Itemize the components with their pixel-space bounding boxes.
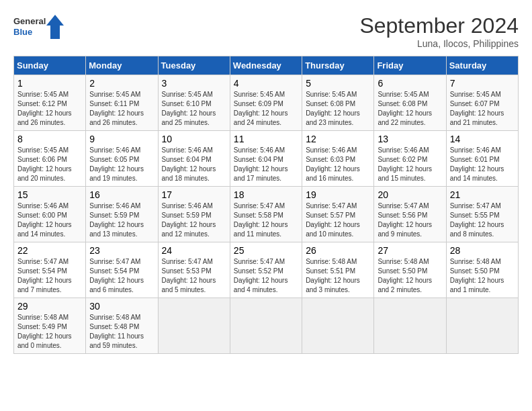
day-number: 25 bbox=[234, 245, 298, 256]
day-info: Sunrise: 5:45 AMSunset: 6:12 PMDaylight:… bbox=[17, 90, 82, 128]
day-info: Sunrise: 5:48 AMSunset: 5:49 PMDaylight:… bbox=[17, 313, 82, 351]
day-number: 20 bbox=[378, 189, 442, 200]
day-number: 11 bbox=[234, 134, 298, 144]
day-number: 27 bbox=[378, 245, 442, 256]
table-cell bbox=[158, 298, 230, 354]
table-cell: 8Sunrise: 5:45 AMSunset: 6:06 PMDaylight… bbox=[14, 131, 86, 187]
day-number: 16 bbox=[89, 189, 154, 200]
day-number: 9 bbox=[89, 134, 154, 144]
svg-text:Blue: Blue bbox=[13, 27, 32, 37]
table-cell: 1Sunrise: 5:45 AMSunset: 6:12 PMDaylight… bbox=[14, 75, 86, 131]
header-row: Sunday Monday Tuesday Wednesday Thursday… bbox=[14, 56, 519, 75]
day-info: Sunrise: 5:46 AMSunset: 5:59 PMDaylight:… bbox=[89, 201, 154, 239]
calendar-row: 15Sunrise: 5:46 AMSunset: 6:00 PMDayligh… bbox=[14, 187, 519, 242]
day-info: Sunrise: 5:48 AMSunset: 5:50 PMDaylight:… bbox=[450, 257, 515, 295]
table-cell: 27Sunrise: 5:48 AMSunset: 5:50 PMDayligh… bbox=[374, 242, 446, 298]
table-cell bbox=[446, 298, 518, 354]
table-cell: 6Sunrise: 5:45 AMSunset: 6:08 PMDaylight… bbox=[374, 75, 446, 131]
logo-svg: General Blue bbox=[13, 13, 67, 40]
day-info: Sunrise: 5:45 AMSunset: 6:07 PMDaylight:… bbox=[450, 90, 515, 128]
day-number: 4 bbox=[234, 78, 298, 89]
table-cell: 3Sunrise: 5:45 AMSunset: 6:10 PMDaylight… bbox=[158, 75, 230, 131]
day-number: 8 bbox=[17, 134, 82, 144]
day-number: 7 bbox=[450, 78, 515, 89]
page-header: General Blue September 2024 Luna, Ilocos… bbox=[13, 13, 519, 49]
table-cell bbox=[374, 298, 446, 354]
day-info: Sunrise: 5:46 AMSunset: 6:01 PMDaylight:… bbox=[450, 146, 515, 183]
day-info: Sunrise: 5:46 AMSunset: 6:02 PMDaylight:… bbox=[378, 146, 442, 183]
day-number: 13 bbox=[378, 134, 442, 144]
calendar-row: 8Sunrise: 5:45 AMSunset: 6:06 PMDaylight… bbox=[14, 131, 519, 187]
calendar-row: 22Sunrise: 5:47 AMSunset: 5:54 PMDayligh… bbox=[14, 242, 519, 298]
day-info: Sunrise: 5:45 AMSunset: 6:08 PMDaylight:… bbox=[378, 90, 442, 128]
table-cell: 25Sunrise: 5:47 AMSunset: 5:52 PMDayligh… bbox=[230, 242, 302, 298]
day-info: Sunrise: 5:46 AMSunset: 6:00 PMDaylight:… bbox=[17, 201, 82, 239]
table-cell: 30Sunrise: 5:48 AMSunset: 5:48 PMDayligh… bbox=[86, 298, 158, 354]
day-info: Sunrise: 5:46 AMSunset: 6:03 PMDaylight:… bbox=[306, 146, 370, 183]
day-number: 24 bbox=[162, 245, 226, 256]
table-cell: 11Sunrise: 5:46 AMSunset: 6:04 PMDayligh… bbox=[230, 131, 302, 187]
title-block: September 2024 Luna, Ilocos, Philippines bbox=[359, 13, 519, 49]
table-cell: 17Sunrise: 5:46 AMSunset: 5:59 PMDayligh… bbox=[158, 187, 230, 242]
table-cell: 5Sunrise: 5:45 AMSunset: 6:08 PMDaylight… bbox=[302, 75, 374, 131]
day-number: 17 bbox=[162, 189, 226, 200]
day-number: 21 bbox=[450, 189, 515, 200]
calendar-row: 1Sunrise: 5:45 AMSunset: 6:12 PMDaylight… bbox=[14, 75, 519, 131]
table-cell: 10Sunrise: 5:46 AMSunset: 6:04 PMDayligh… bbox=[158, 131, 230, 187]
table-cell: 4Sunrise: 5:45 AMSunset: 6:09 PMDaylight… bbox=[230, 75, 302, 131]
day-number: 30 bbox=[89, 301, 154, 312]
table-cell: 14Sunrise: 5:46 AMSunset: 6:01 PMDayligh… bbox=[446, 131, 518, 187]
day-number: 1 bbox=[17, 78, 82, 89]
col-tuesday: Tuesday bbox=[158, 56, 230, 75]
day-info: Sunrise: 5:45 AMSunset: 6:10 PMDaylight:… bbox=[162, 90, 226, 128]
location: Luna, Ilocos, Philippines bbox=[359, 38, 519, 49]
day-info: Sunrise: 5:48 AMSunset: 5:50 PMDaylight:… bbox=[378, 257, 442, 295]
day-info: Sunrise: 5:45 AMSunset: 6:09 PMDaylight:… bbox=[234, 90, 298, 128]
day-info: Sunrise: 5:46 AMSunset: 6:05 PMDaylight:… bbox=[89, 146, 154, 183]
table-cell: 22Sunrise: 5:47 AMSunset: 5:54 PMDayligh… bbox=[14, 242, 86, 298]
table-cell: 15Sunrise: 5:46 AMSunset: 6:00 PMDayligh… bbox=[14, 187, 86, 242]
day-number: 28 bbox=[450, 245, 515, 256]
day-number: 3 bbox=[162, 78, 226, 89]
col-saturday: Saturday bbox=[446, 56, 518, 75]
table-cell: 23Sunrise: 5:47 AMSunset: 5:54 PMDayligh… bbox=[86, 242, 158, 298]
day-info: Sunrise: 5:45 AMSunset: 6:06 PMDaylight:… bbox=[17, 146, 82, 183]
day-info: Sunrise: 5:45 AMSunset: 6:08 PMDaylight:… bbox=[306, 90, 370, 128]
day-number: 19 bbox=[306, 189, 370, 200]
logo: General Blue bbox=[13, 13, 67, 40]
day-info: Sunrise: 5:47 AMSunset: 5:52 PMDaylight:… bbox=[234, 257, 298, 295]
day-number: 5 bbox=[306, 78, 370, 89]
day-info: Sunrise: 5:47 AMSunset: 5:57 PMDaylight:… bbox=[306, 201, 370, 239]
day-info: Sunrise: 5:46 AMSunset: 6:04 PMDaylight:… bbox=[162, 146, 226, 183]
table-cell: 20Sunrise: 5:47 AMSunset: 5:56 PMDayligh… bbox=[374, 187, 446, 242]
day-number: 18 bbox=[234, 189, 298, 200]
day-number: 26 bbox=[306, 245, 370, 256]
col-thursday: Thursday bbox=[302, 56, 374, 75]
table-cell: 9Sunrise: 5:46 AMSunset: 6:05 PMDaylight… bbox=[86, 131, 158, 187]
day-number: 15 bbox=[17, 189, 82, 200]
day-number: 2 bbox=[89, 78, 154, 89]
day-info: Sunrise: 5:47 AMSunset: 5:54 PMDaylight:… bbox=[89, 257, 154, 295]
day-info: Sunrise: 5:46 AMSunset: 5:59 PMDaylight:… bbox=[162, 201, 226, 239]
table-cell: 18Sunrise: 5:47 AMSunset: 5:58 PMDayligh… bbox=[230, 187, 302, 242]
day-info: Sunrise: 5:47 AMSunset: 5:53 PMDaylight:… bbox=[162, 257, 226, 295]
table-cell: 28Sunrise: 5:48 AMSunset: 5:50 PMDayligh… bbox=[446, 242, 518, 298]
table-cell: 7Sunrise: 5:45 AMSunset: 6:07 PMDaylight… bbox=[446, 75, 518, 131]
calendar-row: 29Sunrise: 5:48 AMSunset: 5:49 PMDayligh… bbox=[14, 298, 519, 354]
day-info: Sunrise: 5:47 AMSunset: 5:56 PMDaylight:… bbox=[378, 201, 442, 239]
day-number: 23 bbox=[89, 245, 154, 256]
day-info: Sunrise: 5:45 AMSunset: 6:11 PMDaylight:… bbox=[89, 90, 154, 128]
day-info: Sunrise: 5:48 AMSunset: 5:51 PMDaylight:… bbox=[306, 257, 370, 295]
table-cell: 16Sunrise: 5:46 AMSunset: 5:59 PMDayligh… bbox=[86, 187, 158, 242]
svg-text:General: General bbox=[13, 16, 46, 26]
table-cell: 2Sunrise: 5:45 AMSunset: 6:11 PMDaylight… bbox=[86, 75, 158, 131]
table-cell bbox=[302, 298, 374, 354]
table-cell: 19Sunrise: 5:47 AMSunset: 5:57 PMDayligh… bbox=[302, 187, 374, 242]
day-info: Sunrise: 5:46 AMSunset: 6:04 PMDaylight:… bbox=[234, 146, 298, 183]
day-info: Sunrise: 5:47 AMSunset: 5:54 PMDaylight:… bbox=[17, 257, 82, 295]
col-sunday: Sunday bbox=[14, 56, 86, 75]
svg-marker-2 bbox=[46, 15, 64, 39]
day-number: 14 bbox=[450, 134, 515, 144]
day-number: 12 bbox=[306, 134, 370, 144]
day-number: 22 bbox=[17, 245, 82, 256]
